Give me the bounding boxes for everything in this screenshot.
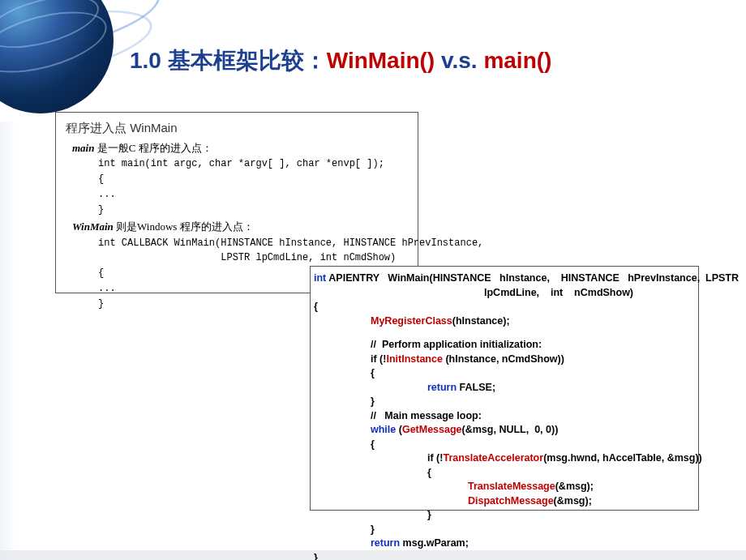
fn-translatemessage: TranslateMessage xyxy=(468,481,555,492)
if2-close: } xyxy=(314,508,695,523)
comment-init: // Perform application initialization: xyxy=(314,338,695,353)
left-strip-decoration xyxy=(0,122,16,560)
title-part-2: WinMain() xyxy=(327,48,435,73)
call1-args: (hInstance); xyxy=(452,315,510,327)
if1-a: if (! xyxy=(371,353,386,365)
brace-open: { xyxy=(314,300,695,314)
box1-para-winmain: WinMain 则是Windows 程序的进入点： xyxy=(72,220,408,234)
if-initinstance: if (!InitInstance (hInstance, nCmdShow)) xyxy=(314,353,695,367)
box1-para-main: main 是一般C 程序的进入点： xyxy=(72,141,408,156)
call-dispatchmessage: DispatchMessage(&msg); xyxy=(314,494,695,509)
while-line: while (GetMessage(&msg, NULL, 0, 0)) xyxy=(314,423,695,438)
kw-return-2: return xyxy=(371,537,400,549)
para2-rest: 则是Windows 程序的进入点： xyxy=(114,220,254,233)
while-open: { xyxy=(314,438,695,452)
if-translateaccel: if (!TranslateAccelerator(msg.hwnd, hAcc… xyxy=(314,451,695,466)
if2-a: if (! xyxy=(427,452,443,464)
if2-b: (msg.hwnd, hAccelTable, &msg)) xyxy=(543,452,702,464)
slide-title: 1.0 基本框架比较：WinMain() v.s. main() xyxy=(130,45,551,76)
while-close: } xyxy=(314,523,695,537)
fn-translateaccelerator: TranslateAccelerator xyxy=(443,452,543,464)
return-false: return FALSE; xyxy=(314,381,695,395)
while-b: ( xyxy=(396,424,402,435)
call-registerclass: MyRegisterClass(hInstance); xyxy=(314,314,695,329)
ret-false-b: FALSE; xyxy=(457,382,495,393)
sig1-rest: APIENTRY WinMain(HINSTANCE hInstance, HI… xyxy=(326,272,739,284)
term-winmain: WinMain xyxy=(72,220,114,233)
if1-close: } xyxy=(314,395,695,409)
title-part-1: 1.0 基本框架比较： xyxy=(130,48,327,73)
tm-args: (&msg); xyxy=(555,481,594,492)
code-box-winmain-body: int APIENTRY WinMain(HINSTANCE hInstance… xyxy=(310,266,699,511)
title-part-3: v.s. xyxy=(435,48,483,73)
code2-line2: LPSTR lpCmdLine, int nCmdShow) xyxy=(98,251,408,265)
code1-line2: { xyxy=(98,173,408,186)
dm-args: (&msg); xyxy=(554,495,592,507)
fn-getmessage: GetMessage xyxy=(402,424,462,435)
box1-heading: 程序进入点 WinMain xyxy=(66,119,408,136)
call-translatemessage: TranslateMessage(&msg); xyxy=(314,480,695,494)
blank-1 xyxy=(314,328,695,338)
para1-rest: 是一般C 程序的进入点： xyxy=(94,142,212,154)
return-wparam: return msg.wParam; xyxy=(314,536,695,551)
title-part-4: main() xyxy=(483,48,551,73)
fn-myregisterclass: MyRegisterClass xyxy=(371,315,452,327)
code1-line1: int main(int argc, char *argv[ ], char *… xyxy=(98,157,408,171)
code1-line3: ... xyxy=(98,188,408,202)
term-main: main xyxy=(72,142,94,154)
if1-open: { xyxy=(314,366,695,381)
code2-line1: int CALLBACK WinMain(HINSTANCE hInstance… xyxy=(98,237,408,250)
kw-return-1: return xyxy=(427,382,457,393)
kw-int: int xyxy=(314,272,326,284)
code1-line4: } xyxy=(98,203,408,217)
if2-open: { xyxy=(314,466,695,481)
brace-close: } xyxy=(314,551,695,561)
globe-decoration xyxy=(0,0,114,113)
comment-loop: // Main message loop: xyxy=(314,409,695,424)
kw-while: while xyxy=(371,424,396,435)
while-c: (&msg, NULL, 0, 0)) xyxy=(462,424,559,435)
if1-b: (hInstance, nCmdShow)) xyxy=(443,353,564,365)
fn-dispatchmessage: DispatchMessage xyxy=(468,495,554,507)
sig-line-1: int APIENTRY WinMain(HINSTANCE hInstance… xyxy=(314,271,695,286)
fn-initinstance: InitInstance xyxy=(386,353,442,365)
sig-line-2: lpCmdLine, int nCmdShow) xyxy=(314,286,695,301)
ret-b: msg.wParam; xyxy=(400,537,469,549)
